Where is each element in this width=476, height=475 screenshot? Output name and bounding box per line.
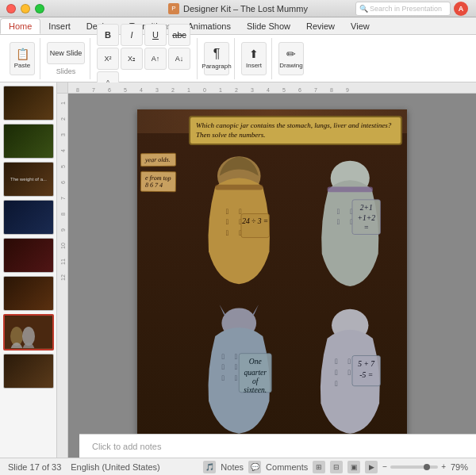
slide-panel: The weight of a... (0, 82, 57, 458)
slide-thumb-8[interactable] (3, 354, 54, 389)
slide-preview-1 (4, 86, 53, 120)
superscript-button[interactable]: X² (97, 48, 119, 70)
ribbon-group-drawing: ✏ Drawing (274, 38, 309, 79)
tab-review[interactable]: Review (298, 18, 343, 34)
font-size-decrease[interactable]: A↓ (168, 48, 190, 70)
titlebar-toolbar[interactable]: 🔍 Search in Presentation A (355, 2, 468, 16)
svg-text:𓂀: 𓂀 (226, 207, 229, 216)
traffic-lights[interactable] (6, 4, 44, 13)
ribbon-tabs: Home Insert Design Transitions Animation… (0, 17, 476, 35)
svg-text:𓅱: 𓅱 (221, 363, 225, 372)
strikethrough-button[interactable]: abc (168, 24, 190, 46)
tab-home[interactable]: Home (0, 18, 40, 34)
account-button[interactable]: A (454, 2, 468, 16)
svg-text:2+1: 2+1 (359, 203, 372, 212)
minimize-button[interactable] (21, 4, 30, 13)
slide-view[interactable]: year olds. e from top 8 6 7 4 Which cano… (68, 94, 476, 458)
svg-text:24 ÷ 3 =: 24 ÷ 3 = (242, 216, 268, 225)
svg-text:𓄿: 𓄿 (336, 207, 340, 216)
new-slide-button[interactable]: New Slide (47, 42, 85, 64)
window-title: P Designer Kit – The Lost Mummy (168, 3, 308, 14)
tab-view[interactable]: View (343, 18, 378, 34)
svg-text:𓅮: 𓅮 (335, 358, 338, 366)
slide-canvas-wrap: 1 2 3 4 5 6 7 8 9 10 11 12 (57, 94, 476, 458)
close-button[interactable] (6, 4, 16, 13)
status-right: 🎵 Notes 💬 Comments ⊞ ⊟ ▣ ▶ − + 79% (203, 461, 468, 473)
tab-slideshow[interactable]: Slide Show (239, 18, 298, 34)
svg-text:+1+2: +1+2 (357, 213, 375, 222)
svg-text:𓃀: 𓃀 (235, 352, 238, 361)
paste-icon: 📋 (16, 48, 29, 60)
slide-thumb-3[interactable]: The weight of a... (3, 162, 54, 197)
ribbon-group-insert: ⬆ Insert (236, 38, 272, 79)
zoom-level[interactable]: 79% (451, 462, 468, 472)
zoom-slider[interactable] (390, 465, 438, 469)
subscript-button[interactable]: X₂ (121, 48, 143, 70)
svg-text:𓈖: 𓈖 (335, 379, 338, 388)
slide-thumb-7[interactable] (3, 314, 54, 351)
slide-preview-svg-7 (5, 316, 52, 348)
reading-view-icon[interactable]: ▣ (347, 461, 360, 473)
svg-text:𓇌: 𓇌 (336, 217, 340, 226)
paragraph-icon: ¶ (213, 47, 221, 61)
slide-canvas[interactable]: year olds. e from top 8 6 7 4 Which cano… (137, 109, 407, 442)
svg-text:𓄿: 𓄿 (347, 358, 351, 366)
bold-button[interactable]: B (97, 24, 119, 46)
ruler-corner (57, 82, 68, 94)
insert-icon: ⬆ (249, 48, 259, 60)
svg-rect-16 (327, 186, 372, 192)
notes-placeholder[interactable]: Click to add notes (92, 442, 161, 451)
svg-text:sixteen.: sixteen. (244, 385, 267, 394)
jar-top-left: 𓂀 𓅓 𓇋 𓈖 𓂋 𓂧 24 ÷ 3 = (185, 153, 294, 296)
notes-label[interactable]: Notes (221, 462, 244, 472)
slide-thumb-2[interactable] (3, 124, 54, 159)
slide-sorter-icon[interactable]: ⊟ (330, 461, 343, 473)
insert-button[interactable]: ⬆ Insert (241, 42, 267, 75)
zoom-thumb (424, 464, 430, 470)
jar-bottom-left: 𓅮 𓃀 𓅱 𓄿 𓇌 𓈖 One quarter of (185, 298, 294, 441)
maximize-button[interactable] (35, 4, 44, 13)
main-area: The weight of a... (0, 82, 476, 458)
svg-text:𓂋: 𓂋 (226, 228, 229, 237)
language-status: English (United States) (71, 462, 160, 472)
zoom-bar: − + (382, 462, 446, 471)
underline-button[interactable]: U (144, 24, 167, 46)
svg-text:5 + 7: 5 + 7 (358, 360, 375, 369)
ribbon-group-paragraph: ¶ Paragraph (199, 38, 235, 79)
svg-text:-5 =: -5 = (359, 370, 373, 379)
note-from-top: e from top 8 6 7 4 (140, 171, 176, 193)
italic-button[interactable]: I (121, 24, 143, 46)
jars-grid: 𓂀 𓅓 𓇋 𓈖 𓂋 𓂧 24 ÷ 3 = (185, 153, 404, 439)
zoom-minus[interactable]: − (382, 462, 387, 471)
zoom-plus[interactable]: + (441, 462, 446, 471)
comments-label[interactable]: Comments (266, 462, 308, 472)
notes-icon[interactable]: 🎵 (203, 461, 216, 473)
paste-button[interactable]: 📋 Paste (10, 42, 35, 75)
svg-text:𓈖: 𓈖 (235, 373, 238, 382)
slide-thumb-6[interactable] (3, 276, 54, 311)
comments-icon[interactable]: 💬 (248, 461, 261, 473)
slideshow-icon[interactable]: ▶ (365, 461, 378, 473)
ruler-h-marks: 8 7 6 5 4 3 2 1 0 1 2 3 4 5 6 7 8 9 (68, 82, 355, 93)
drawing-icon: ✏ (286, 48, 296, 60)
jar-bottom-right: 𓅮 𓄿 𓅱 𓇌 𓈖 5 + 7 -5 = (296, 298, 405, 441)
slide-thumb-4[interactable] (3, 200, 54, 235)
statusbar: Slide 17 of 33 English (United States) 🎵… (0, 458, 476, 475)
status-left: Slide 17 of 33 English (United States) (8, 462, 198, 472)
svg-text:quarter: quarter (244, 368, 267, 377)
paragraph-button[interactable]: ¶ Paragraph (204, 42, 229, 75)
search-box[interactable]: 🔍 Search in Presentation (355, 2, 451, 16)
slide-notes-left: year olds. e from top 8 6 7 4 (140, 153, 176, 192)
normal-view-icon[interactable]: ⊞ (313, 461, 325, 473)
slide-thumb-1[interactable] (3, 86, 54, 121)
ruler-vertical: 1 2 3 4 5 6 7 8 9 10 11 12 (57, 94, 68, 458)
slide-thumb-5[interactable] (3, 238, 54, 273)
font-size-increase[interactable]: A↑ (144, 48, 167, 70)
ribbon-group-slides: New Slide Slides (42, 38, 90, 79)
svg-text:𓄿: 𓄿 (235, 363, 238, 372)
svg-text:of: of (252, 377, 259, 385)
jar-br-svg: 𓅮 𓄿 𓅱 𓇌 𓈖 5 + 7 -5 = (296, 298, 405, 441)
drawing-button[interactable]: ✏ Drawing (278, 42, 304, 75)
svg-text:𓇌: 𓇌 (347, 368, 351, 377)
tab-insert[interactable]: Insert (40, 18, 79, 34)
